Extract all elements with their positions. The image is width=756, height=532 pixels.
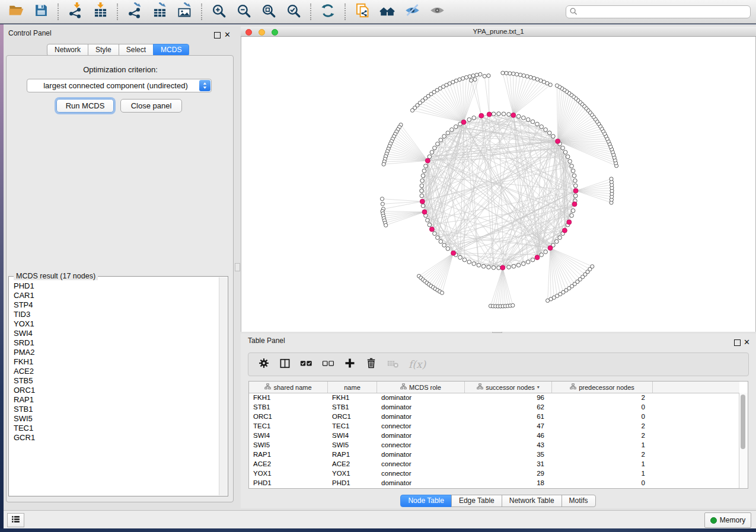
- import-table-button[interactable]: [91, 2, 110, 21]
- hide-selected-button[interactable]: [403, 2, 422, 21]
- mcds-result-item[interactable]: ACE2: [9, 367, 219, 376]
- table-scrollbar-thumb[interactable]: [741, 395, 745, 449]
- network-window-titlebar[interactable]: YPA_prune.txt_1: [241, 27, 756, 37]
- close-icon: ✕: [744, 338, 750, 347]
- tab-edge-table[interactable]: Edge Table: [451, 495, 502, 507]
- zoom-out-button[interactable]: [234, 2, 253, 21]
- tab-mcds[interactable]: MCDS: [153, 44, 189, 56]
- tab-network[interactable]: Network: [47, 44, 88, 56]
- export-table-icon: [152, 2, 168, 21]
- save-session-button[interactable]: [31, 2, 50, 21]
- column-header-name[interactable]: name: [328, 382, 377, 393]
- table-row[interactable]: PHD1PHD1dominator180: [249, 478, 739, 488]
- table-cell: STB1: [328, 402, 377, 412]
- node-table-header: shared namenameMCDS rolesuccessor nodes▾…: [249, 382, 739, 393]
- control-tabs: NetworkStyleSelectMCDS: [47, 44, 189, 56]
- zoom-selected-button[interactable]: [284, 2, 303, 21]
- search-input[interactable]: [566, 5, 751, 18]
- table-settings-button[interactable]: [258, 357, 270, 372]
- open-file-button[interactable]: [7, 2, 25, 21]
- mcds-result-item[interactable]: TID3: [9, 310, 219, 319]
- table-row[interactable]: FKH1FKH1dominator962: [249, 393, 739, 402]
- table-cell: 35: [465, 450, 552, 459]
- mcds-result-item[interactable]: ORC1: [9, 386, 219, 395]
- import-network-icon: [68, 2, 84, 21]
- import-network-button[interactable]: [66, 2, 85, 21]
- memory-button[interactable]: Memory: [704, 512, 751, 528]
- export-network-button[interactable]: [125, 2, 144, 21]
- mcds-result-item[interactable]: CAR1: [9, 291, 219, 300]
- network-view-window: YPA_prune.txt_1: [241, 27, 756, 332]
- column-header-shared-name[interactable]: shared name: [249, 382, 328, 393]
- table-row[interactable]: SWI4SWI4dominator462: [249, 431, 739, 440]
- list-icon: [11, 514, 21, 527]
- table-cell: SWI4: [328, 431, 377, 440]
- export-table-button[interactable]: [150, 2, 169, 21]
- run-mcds-button[interactable]: Run MCDS: [56, 99, 114, 113]
- mcds-result-item[interactable]: STB1: [9, 405, 219, 414]
- refresh-button[interactable]: [318, 2, 337, 21]
- mcds-result-item[interactable]: STP4: [9, 300, 219, 310]
- table-row[interactable]: ACE2ACE2connector311: [249, 459, 739, 469]
- mcds-result-item[interactable]: SRD1: [9, 338, 219, 348]
- table-panel: Table Panel ✕ f(x) shared namenameMCDS r…: [241, 334, 756, 508]
- tab-style[interactable]: Style: [88, 44, 119, 56]
- mcds-result-item[interactable]: RAP1: [9, 395, 219, 405]
- mcds-result-item[interactable]: SWI4: [9, 329, 219, 338]
- criterion-select[interactable]: largest connected component (undirected): [27, 79, 212, 92]
- mcds-result-item[interactable]: FKH1: [9, 357, 219, 367]
- show-columns-button[interactable]: [279, 357, 291, 372]
- table-row[interactable]: STB1STB1dominator620: [249, 402, 739, 412]
- table-cell: 47: [465, 421, 552, 431]
- table-cell: ORC1: [328, 412, 377, 421]
- mcds-result-item[interactable]: PMA2: [9, 348, 219, 357]
- table-row[interactable]: SWI5SWI5connector431: [249, 440, 739, 450]
- tab-network-table[interactable]: Network Table: [502, 495, 562, 507]
- mcds-result-item[interactable]: GCR1: [9, 433, 219, 443]
- show-all-button[interactable]: [428, 2, 446, 21]
- table-cell: ACE2: [249, 459, 328, 469]
- tab-select[interactable]: Select: [119, 44, 154, 56]
- zoom-fit-button[interactable]: [259, 2, 278, 21]
- table-panel-close-button[interactable]: ✕: [744, 336, 750, 347]
- network-canvas[interactable]: [241, 37, 756, 332]
- export-network-icon: [127, 2, 143, 21]
- desktop-wallpaper-bottom: [0, 528, 756, 532]
- table-row[interactable]: ORC1ORC1dominator610: [249, 412, 739, 421]
- create-column-button[interactable]: [344, 357, 356, 372]
- table-row[interactable]: TEC1TEC1connector472: [249, 421, 739, 431]
- control-panel-float-button[interactable]: [214, 30, 221, 41]
- control-panel-title: Control Panel: [8, 29, 52, 37]
- tab-motifs[interactable]: Motifs: [562, 495, 596, 507]
- tab-node-table[interactable]: Node Table: [400, 495, 452, 507]
- select-all-columns-button[interactable]: [300, 357, 312, 372]
- refresh-icon: [320, 3, 336, 21]
- column-header-successor-nodes[interactable]: successor nodes▾: [465, 382, 552, 393]
- table-row[interactable]: YOX1YOX1connector291: [249, 469, 739, 478]
- mcds-result-item[interactable]: PHD1: [9, 281, 219, 291]
- first-neighbors-button[interactable]: [378, 2, 397, 21]
- mcds-result-item[interactable]: STB5: [9, 376, 219, 386]
- table-cell: 29: [465, 469, 552, 478]
- table-scrollbar-track[interactable]: [739, 393, 748, 488]
- close-panel-button[interactable]: Close panel: [120, 99, 182, 113]
- table-cell: 2: [552, 431, 653, 440]
- zoom-in-button[interactable]: [209, 2, 228, 21]
- column-header-MCDS-role[interactable]: MCDS role: [377, 382, 465, 393]
- mcds-result-item[interactable]: TEC1: [9, 424, 219, 433]
- mcds-result-item[interactable]: YOX1: [9, 319, 219, 329]
- task-history-button[interactable]: [7, 513, 24, 527]
- mcds-result-scrollbar[interactable]: [219, 277, 227, 495]
- table-row[interactable]: RAP1RAP1dominator352: [249, 450, 739, 459]
- zoom-in-icon: [211, 3, 227, 21]
- export-image-button[interactable]: [175, 2, 194, 21]
- vertical-splitter-handle[interactable]: [235, 263, 240, 271]
- table-cell: dominator: [377, 431, 465, 440]
- deselect-all-columns-button[interactable]: [322, 357, 334, 372]
- control-panel-close-button[interactable]: ✕: [224, 29, 231, 40]
- column-header-predecessor-nodes[interactable]: predecessor nodes: [552, 382, 653, 393]
- mcds-result-item[interactable]: SWI5: [9, 414, 219, 424]
- table-panel-float-button[interactable]: [734, 338, 741, 348]
- delete-column-button[interactable]: [365, 357, 377, 372]
- duplicate-network-button[interactable]: [353, 2, 372, 21]
